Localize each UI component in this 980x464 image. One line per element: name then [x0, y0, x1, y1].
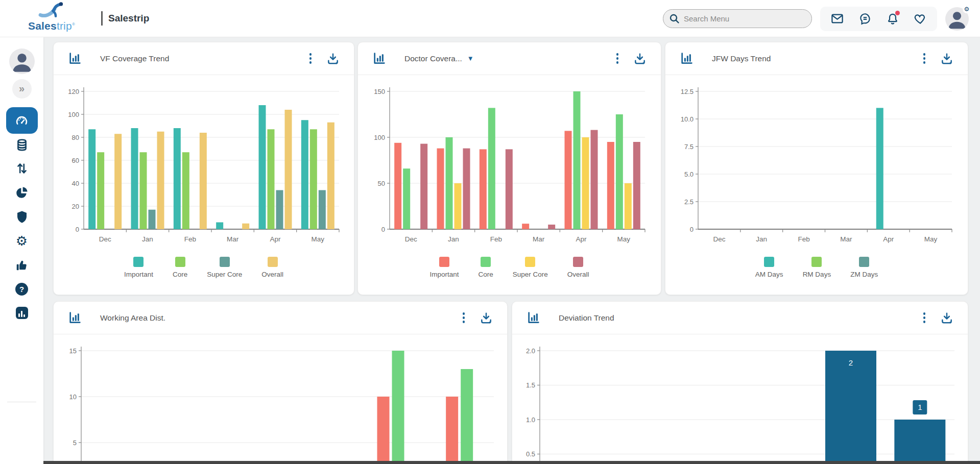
search-icon [668, 13, 681, 25]
svg-text:15: 15 [69, 347, 77, 355]
svg-text:1.5: 1.5 [526, 381, 535, 389]
sidebar-item-reports[interactable] [0, 307, 43, 319]
bar [285, 110, 292, 229]
sidebar-item-feedback[interactable] [0, 259, 43, 272]
heart-icon[interactable] [914, 12, 927, 26]
legend-item[interactable]: RM Days [803, 257, 831, 278]
svg-text:0: 0 [690, 226, 694, 233]
sidebar-item-database[interactable] [0, 138, 43, 152]
gear-badge-icon: ⚙ [963, 5, 971, 13]
bar [403, 168, 410, 229]
chart-icon [372, 52, 386, 65]
download-icon[interactable] [326, 52, 340, 65]
chart-icon [68, 52, 82, 65]
search-input[interactable] [663, 9, 812, 28]
logo-swoosh-icon [38, 2, 65, 17]
mail-icon[interactable] [830, 12, 844, 26]
bar [268, 129, 275, 229]
download-icon[interactable] [940, 311, 953, 325]
bell-icon[interactable] [886, 12, 899, 26]
kebab-menu-icon[interactable] [613, 51, 623, 66]
svg-text:2.5: 2.5 [684, 198, 694, 206]
legend-swatch [573, 257, 583, 267]
svg-text:Dec: Dec [404, 235, 417, 243]
sidebar-item-shield[interactable] [0, 210, 43, 224]
svg-text:May: May [617, 235, 630, 243]
bar [607, 142, 614, 229]
download-icon[interactable] [633, 52, 647, 65]
legend-item[interactable]: Core [173, 257, 187, 278]
legend-label: RM Days [803, 271, 831, 278]
chart-card-deviation: Deviation Trend 00.51.01.52.021 [512, 301, 968, 464]
download-icon[interactable] [940, 52, 953, 65]
bar [88, 129, 95, 229]
svg-text:0: 0 [76, 226, 79, 233]
svg-text:150: 150 [374, 88, 385, 95]
bar [522, 224, 529, 229]
sidebar-item-pie-chart[interactable] [0, 186, 43, 199]
sidebar-item-settings[interactable]: ⚙ [0, 234, 43, 248]
svg-text:40: 40 [72, 180, 79, 187]
bar [276, 190, 283, 230]
kebab-menu-icon[interactable] [459, 310, 469, 326]
legend-label: Core [173, 271, 187, 278]
chart-title-dropdown-caret[interactable]: ▼ [467, 55, 474, 62]
legend-item[interactable]: Super Core [513, 257, 548, 278]
svg-text:Feb: Feb [490, 235, 501, 243]
legend-item[interactable]: Overall [261, 257, 283, 278]
svg-text:120: 120 [68, 88, 79, 95]
bar [200, 133, 207, 229]
bar-chart-canvas: 050100150DecJanFebMarAprMay [367, 78, 653, 252]
bar [479, 149, 486, 229]
chat-icon[interactable] [858, 12, 872, 26]
sidebar-expand-button[interactable]: » [12, 79, 32, 99]
kebab-menu-icon[interactable] [920, 51, 929, 66]
svg-text:0: 0 [381, 226, 385, 233]
svg-text:2.0: 2.0 [526, 347, 535, 355]
legend-item[interactable]: Overall [567, 257, 589, 278]
bar [590, 130, 597, 229]
sidebar-item-sort-transfer[interactable] [0, 162, 43, 175]
legend-item[interactable]: Super Core [207, 257, 242, 278]
legend-swatch [859, 257, 869, 267]
legend-label: Core [478, 271, 493, 278]
user-avatar[interactable]: ⚙ [945, 7, 969, 31]
legend-swatch [268, 257, 278, 267]
sidebar: » ⚙ [0, 37, 43, 464]
svg-text:100: 100 [68, 111, 79, 118]
bar-chart-canvas: 02.55.07.510.012.5DecJanFebMarAprMay [674, 78, 960, 252]
chart-legend: ImportantCoreSuper CoreOverall [54, 257, 354, 278]
bar [242, 224, 249, 229]
svg-text:Jan: Jan [142, 235, 153, 243]
bar [615, 114, 623, 229]
download-icon[interactable] [480, 311, 493, 325]
svg-text:5.0: 5.0 [684, 170, 694, 178]
legend-item[interactable]: Important [429, 257, 459, 278]
legend-item[interactable]: Important [124, 257, 153, 278]
bar [505, 149, 512, 229]
legend-label: Super Core [513, 271, 548, 278]
svg-text:Apr: Apr [883, 235, 894, 243]
bar [182, 152, 189, 229]
legend-item[interactable]: AM Days [755, 257, 783, 278]
speedometer-icon [15, 114, 29, 128]
chart-card-doctor-coverage: Doctor Covera... ▼ 050100150DecJanFebMar… [357, 42, 661, 295]
sidebar-item-help[interactable]: ? [0, 283, 43, 296]
bar [582, 137, 589, 229]
bar-chart-box-icon [16, 307, 28, 319]
legend-item[interactable]: ZM Days [850, 257, 878, 278]
chart-card-working-area: Working Area Dist. 051015 [53, 301, 508, 464]
kebab-menu-icon[interactable] [306, 51, 316, 66]
salestrip-logo[interactable]: Salestrip® [23, 2, 80, 31]
legend-label: Overall [261, 271, 283, 278]
svg-text:May: May [924, 235, 938, 243]
chart-icon [527, 311, 540, 325]
bar [140, 152, 147, 229]
sidebar-item-dashboard[interactable] [6, 107, 38, 134]
kebab-menu-icon[interactable] [920, 310, 929, 326]
legend-item[interactable]: Core [478, 257, 493, 278]
sidebar-user-avatar[interactable] [0, 48, 43, 74]
horizontal-scrollbar[interactable] [43, 461, 980, 464]
svg-text:1: 1 [918, 403, 922, 411]
dashboard-main: VF Coverage Trend 020406080100120DecJanF… [43, 37, 980, 464]
